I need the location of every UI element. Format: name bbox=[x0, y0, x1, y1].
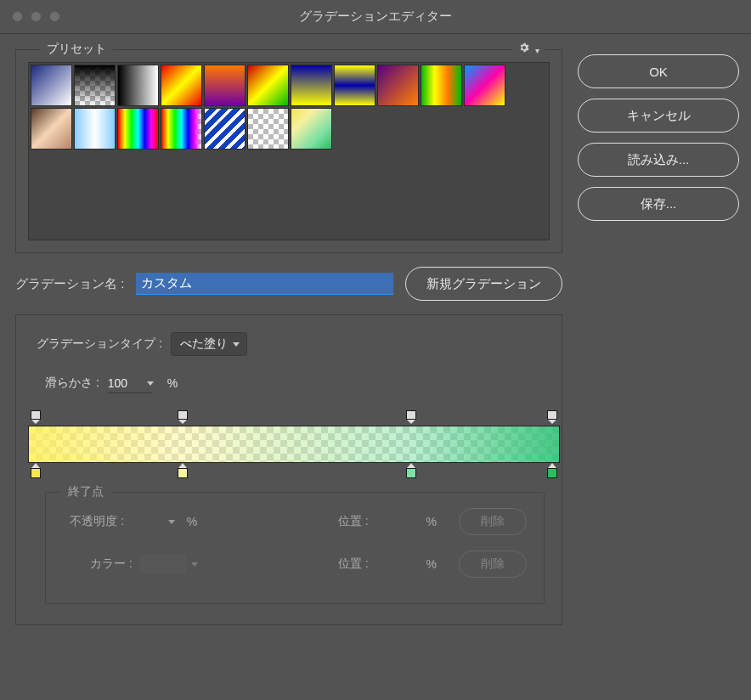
preset-swatch[interactable] bbox=[291, 108, 332, 150]
presets-list[interactable] bbox=[28, 62, 550, 240]
gradient-type-value: べた塗り bbox=[180, 336, 228, 352]
preset-swatch[interactable] bbox=[74, 65, 116, 106]
gear-icon[interactable]: ▾ bbox=[513, 42, 545, 57]
cancel-button[interactable]: キャンセル bbox=[578, 99, 739, 133]
location-label: 位置 : bbox=[338, 514, 369, 529]
preset-swatch[interactable] bbox=[161, 108, 202, 150]
color-stop[interactable] bbox=[177, 463, 189, 478]
gradient-name-row: グラデーション名 : 新規グラデーション bbox=[15, 267, 562, 301]
gradient-settings-group: グラデーションタイプ : べた塗り 滑らかさ : % 終了点 不透明度 : bbox=[15, 314, 562, 625]
presets-label: プリセット bbox=[40, 42, 113, 57]
window-controls bbox=[12, 11, 60, 22]
preset-swatch[interactable] bbox=[117, 108, 159, 150]
color-label: カラー : bbox=[90, 556, 133, 572]
titlebar: グラデーションエディター bbox=[0, 0, 751, 34]
opacity-stop[interactable] bbox=[30, 410, 42, 424]
gradient-bar[interactable] bbox=[28, 426, 560, 463]
location-input bbox=[376, 512, 420, 531]
opacity-stop[interactable] bbox=[546, 410, 558, 424]
preset-swatch[interactable] bbox=[377, 65, 419, 106]
close-icon[interactable] bbox=[12, 11, 23, 22]
new-gradient-button[interactable]: 新規グラデーション bbox=[405, 267, 562, 301]
gradient-type-select[interactable]: べた塗り bbox=[171, 332, 247, 356]
preset-swatch[interactable] bbox=[31, 108, 72, 150]
preset-swatch[interactable] bbox=[31, 65, 72, 106]
color-stop[interactable] bbox=[405, 463, 417, 478]
preset-swatch[interactable] bbox=[464, 65, 505, 106]
chevron-down-icon bbox=[168, 520, 175, 524]
location-input bbox=[376, 555, 420, 573]
presets-group: プリセット ▾ bbox=[15, 49, 562, 253]
color-well bbox=[139, 554, 187, 574]
opacity-label: 不透明度 : bbox=[70, 514, 124, 529]
location-label: 位置 : bbox=[338, 556, 369, 572]
zoom-icon[interactable] bbox=[49, 11, 60, 22]
opacity-stop[interactable] bbox=[177, 410, 189, 424]
window-title: グラデーションエディター bbox=[0, 8, 751, 25]
ok-button[interactable]: OK bbox=[578, 54, 739, 88]
preset-swatch[interactable] bbox=[291, 65, 332, 106]
delete-button: 削除 bbox=[459, 508, 527, 535]
gradient-name-label: グラデーション名 : bbox=[15, 276, 124, 292]
gradient-name-input[interactable] bbox=[136, 273, 393, 295]
percent-label: % bbox=[187, 515, 197, 528]
color-stop[interactable] bbox=[546, 463, 558, 478]
percent-label: % bbox=[426, 515, 437, 528]
chevron-down-icon[interactable] bbox=[147, 381, 154, 386]
color-stop[interactable] bbox=[30, 463, 42, 478]
preset-swatch[interactable] bbox=[421, 65, 462, 106]
preset-swatch[interactable] bbox=[247, 65, 289, 106]
preset-swatch[interactable] bbox=[117, 65, 159, 106]
endpoint-label: 終了点 bbox=[61, 484, 110, 500]
delete-button: 削除 bbox=[459, 550, 527, 578]
preset-swatch[interactable] bbox=[334, 65, 376, 106]
preset-swatch[interactable] bbox=[74, 108, 116, 150]
opacity-stop[interactable] bbox=[405, 410, 417, 424]
percent-label: % bbox=[426, 557, 437, 571]
smoothness-label: 滑らかさ : bbox=[45, 375, 99, 391]
preset-swatch[interactable] bbox=[204, 65, 246, 106]
gradient-type-label: グラデーションタイプ : bbox=[37, 336, 162, 352]
preset-swatch[interactable] bbox=[247, 108, 289, 150]
save-button[interactable]: 保存... bbox=[578, 187, 739, 221]
smoothness-input[interactable] bbox=[108, 373, 152, 393]
preset-swatch[interactable] bbox=[204, 108, 246, 150]
load-button[interactable]: 読み込み... bbox=[578, 143, 739, 177]
minimize-icon[interactable] bbox=[31, 11, 42, 22]
endpoint-group: 終了点 不透明度 : % 位置 : % 削除 カラー : bbox=[45, 492, 545, 604]
percent-label: % bbox=[167, 376, 178, 390]
preset-swatch[interactable] bbox=[161, 65, 202, 106]
